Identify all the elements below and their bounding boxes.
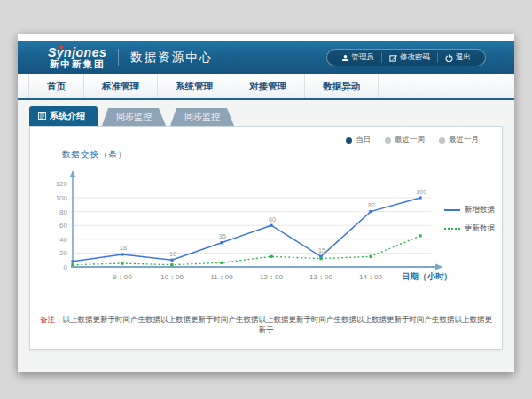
nav-item-4[interactable]: 数据异动 (305, 74, 379, 98)
user-menu-label: 管理员 (352, 52, 375, 63)
tab-0[interactable]: 系统介绍 (29, 106, 98, 126)
svg-text:15: 15 (318, 247, 325, 254)
power-icon (445, 54, 453, 62)
legend-swatch-icon (444, 209, 460, 211)
radio-label: 当日 (356, 135, 371, 145)
tab-label: 同步监控 (184, 111, 220, 123)
radio-dot-icon (385, 137, 391, 144)
legend-label: 新增数据 (465, 205, 495, 215)
svg-text:60: 60 (269, 216, 276, 223)
svg-text:13：00: 13：00 (309, 273, 332, 281)
user-menu-change-password[interactable]: 修改密码 (381, 52, 437, 63)
nav-item-2[interactable]: 系统管理 (158, 74, 231, 98)
svg-text:35: 35 (219, 233, 226, 239)
radio-label: 最近一周 (395, 135, 425, 145)
svg-text:14：00: 14：00 (359, 273, 382, 281)
logo-company-text: 新中新集团 (48, 59, 106, 70)
radio-option-2[interactable]: 最近一月 (439, 135, 479, 145)
time-range-filter: 当日最近一周最近一月 (346, 135, 479, 145)
app-header: Synjones 新中新集团 数据资源中心 管理员修改密码退出 (18, 41, 514, 74)
legend-item-0[interactable]: 新增数据 (444, 205, 495, 215)
svg-text:100: 100 (56, 194, 68, 202)
user-menu-label: 修改密码 (400, 52, 430, 63)
svg-text:10：00: 10：00 (160, 273, 184, 281)
user-menu-logout[interactable]: 退出 (437, 52, 478, 63)
company-logo: Synjones 新中新集团 (48, 46, 106, 70)
content-area: 系统介绍同步监控同步监控 当日最近一周最近一月 数据交换（条） 02040608… (18, 100, 514, 372)
panel-icon (38, 112, 46, 121)
footnote-text: 以上数据更新于时间产生数据以上数据更新于时间产生数据以上数据更新于时间产生数据以… (63, 315, 493, 334)
app-window: Synjones 新中新集团 数据资源中心 管理员修改密码退出 首页标准管理系统… (18, 34, 514, 372)
user-menu-admin[interactable]: 管理员 (334, 52, 382, 63)
footnote-prefix: 备注： (40, 315, 63, 324)
nav-item-0[interactable]: 首页 (28, 74, 84, 98)
logo-brand-text: Synjones (48, 46, 106, 59)
y-axis-title: 数据交换（条） (62, 149, 128, 160)
svg-text:18: 18 (120, 245, 127, 251)
radio-option-1[interactable]: 最近一周 (385, 135, 425, 145)
radio-option-0[interactable]: 当日 (346, 135, 371, 145)
nav-item-3[interactable]: 对接管理 (231, 74, 305, 98)
svg-text:60: 60 (59, 222, 67, 230)
legend-swatch-icon (444, 228, 460, 230)
svg-text:10: 10 (169, 251, 176, 257)
svg-text:9：00: 9：00 (113, 273, 132, 281)
svg-text:120: 120 (56, 180, 68, 188)
radio-dot-icon (346, 137, 352, 144)
page-title: 数据资源中心 (130, 50, 213, 66)
line-chart: 0204060801001209：0010：0011：0012：0013：001… (37, 162, 454, 299)
chart-legend: 新增数据更新数据 (444, 205, 495, 234)
nav-item-1[interactable]: 标准管理 (84, 74, 158, 98)
svg-text:80: 80 (59, 208, 67, 216)
tab-2[interactable]: 同步监控 (170, 108, 234, 126)
main-nav: 首页标准管理系统管理对接管理数据异动 (18, 74, 514, 100)
edit-icon (389, 54, 397, 62)
window-top-strip (18, 34, 514, 41)
tab-1[interactable]: 同步监控 (102, 108, 166, 126)
svg-text:0: 0 (64, 263, 68, 271)
radio-label: 最近一月 (449, 135, 479, 145)
legend-item-1[interactable]: 更新数据 (444, 223, 495, 234)
svg-text:日期（小时）: 日期（小时） (402, 271, 452, 282)
user-icon (341, 54, 349, 62)
tab-label: 系统介绍 (50, 110, 85, 122)
svg-text:11：00: 11：00 (210, 273, 233, 281)
svg-text:20: 20 (59, 249, 67, 257)
svg-text:40: 40 (59, 236, 67, 244)
radio-dot-icon (439, 137, 445, 144)
legend-label: 更新数据 (465, 223, 495, 234)
svg-text:80: 80 (368, 202, 375, 208)
footnote: 备注：以上数据更新于时间产生数据以上数据更新于时间产生数据以上数据更新于时间产生… (30, 315, 502, 336)
chart-card: 当日最近一周最近一月 数据交换（条） 0204060801001209：0010… (29, 126, 503, 350)
tab-label: 同步监控 (116, 111, 152, 123)
user-menu-label: 退出 (456, 52, 471, 63)
tab-bar: 系统介绍同步监控同步监控 (29, 108, 514, 126)
chart-canvas: 0204060801001209：0010：0011：0012：0013：001… (37, 162, 454, 295)
svg-text:100: 100 (416, 189, 426, 195)
user-menu: 管理员修改密码退出 (326, 49, 487, 66)
svg-text:12：00: 12：00 (260, 273, 283, 281)
header-divider (118, 49, 119, 66)
